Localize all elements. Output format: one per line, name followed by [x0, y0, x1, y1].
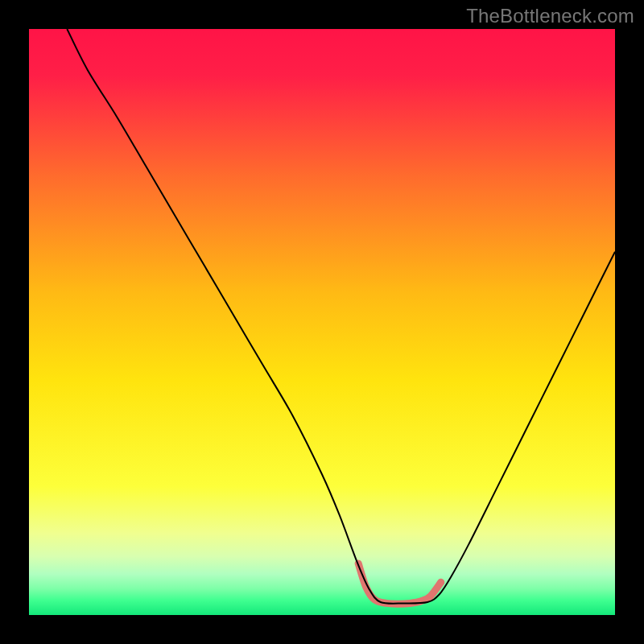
watermark-text: TheBottleneck.com	[466, 5, 634, 27]
svg-rect-0	[29, 29, 615, 615]
background-gradient	[29, 29, 615, 615]
chart-frame: TheBottleneck.com	[0, 0, 644, 644]
plot-area	[29, 29, 615, 615]
